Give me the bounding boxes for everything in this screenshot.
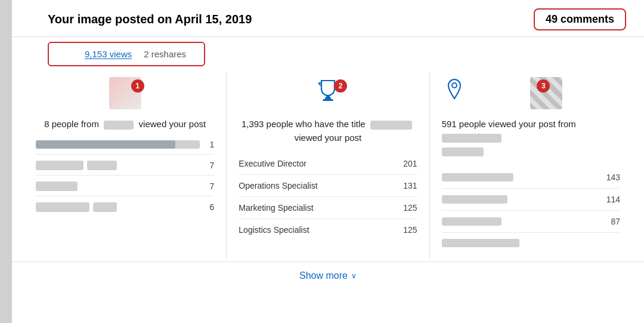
bar-row: 1 [36, 140, 214, 155]
tab-reshares[interactable]: 2 reshares [144, 49, 186, 59]
page-header: Your image posted on April 15, 2019 49 c… [12, 0, 644, 37]
col-company: 1 8 people from viewed your post 1 [24, 71, 227, 259]
data-value: 143 [606, 173, 620, 182]
col3-data-list: 143 114 87 [442, 167, 620, 253]
data-row: 143 [442, 167, 620, 189]
analytics-columns: 1 8 people from viewed your post 1 [12, 71, 644, 259]
data-row: 87 [442, 211, 620, 233]
col1-company-name [104, 121, 134, 130]
data-row: Executive Director 201 [239, 153, 417, 175]
location-icon [442, 77, 467, 102]
data-label: Marketing Specialist [239, 203, 313, 213]
data-value: 125 [403, 225, 417, 235]
data-label-blurred [442, 195, 507, 204]
col1-description: 8 people from viewed your post [36, 118, 214, 131]
data-label: Executive Director [239, 159, 306, 168]
bar-label-blurred2 [93, 202, 117, 212]
col2-description: 1,393 people who have the title viewed y… [239, 118, 417, 144]
data-row: Operations Specialist 131 [239, 175, 417, 197]
col2-desc2: viewed your post [295, 133, 362, 143]
bar-visual [36, 140, 200, 149]
data-value: 114 [606, 195, 620, 204]
data-value: 131 [403, 181, 417, 190]
col1-desc-prefix: 8 people from [44, 119, 99, 129]
bar-row: 7 [36, 161, 214, 176]
col2-badge: 2 [334, 79, 347, 93]
data-label: Operations Specialist [239, 181, 317, 190]
bar-count: 1 [205, 140, 214, 149]
data-row: Logistics Specialist 125 [239, 219, 417, 241]
data-value: 201 [403, 159, 417, 168]
col3-location-blurred [442, 134, 501, 143]
bar-fill [36, 140, 175, 149]
page-title: Your image posted on April 15, 2019 [48, 13, 252, 26]
col1-badge: 1 [131, 79, 144, 93]
bar-label-blurred2 [87, 161, 117, 170]
left-sidebar-strip [0, 0, 12, 323]
comments-badge: 49 comments [534, 8, 626, 30]
data-row: Marketing Specialist 125 [239, 197, 417, 219]
col2-data-list: Executive Director 201 Operations Specia… [239, 153, 417, 241]
bar-label-blurred [36, 182, 78, 191]
show-more-row: Show more ∨ [12, 262, 644, 286]
data-label-blurred [442, 239, 519, 247]
col-location: 3 591 people viewed your post from 143 [430, 71, 632, 259]
bar-row: 7 [36, 182, 214, 196]
data-label-blurred [442, 217, 501, 226]
bar-count: 7 [205, 182, 214, 191]
col1-bar-list: 1 7 7 [36, 140, 214, 217]
bar-count: 7 [205, 161, 214, 170]
col2-title-blurred [370, 121, 412, 130]
svg-point-3 [452, 83, 457, 88]
col1-icon-area: 1 [36, 77, 214, 113]
col3-icon-area: 3 [442, 77, 620, 113]
show-more-button[interactable]: Show more ∨ [299, 270, 357, 281]
col3-description: 591 people viewed your post from [442, 118, 620, 158]
svg-rect-2 [326, 95, 330, 98]
chevron-down-icon: ∨ [351, 272, 357, 280]
bar-count: 6 [205, 202, 214, 212]
bar-label-blurred [36, 161, 83, 170]
col2-icon-area: 2 [239, 77, 417, 113]
col3-desc-prefix: 591 people viewed your post from [442, 119, 576, 129]
col2-desc1: 1,393 people who have the title [242, 119, 366, 129]
data-label: Logistics Specialist [239, 225, 309, 235]
data-label-blurred [442, 173, 513, 182]
col3-location-blurred2 [442, 147, 484, 156]
svg-rect-1 [323, 99, 333, 101]
data-row [442, 233, 620, 253]
bar-label-blurred [36, 202, 89, 212]
data-value: 87 [611, 217, 620, 226]
data-value: 125 [403, 203, 417, 213]
col-jobtitle: 2 1,393 people who have the title viewed… [227, 71, 429, 259]
show-more-label: Show more [299, 270, 348, 281]
bar-row: 6 [36, 202, 214, 217]
col1-desc-suffix: viewed your post [139, 119, 206, 129]
tabs-container: 9,153 views 2 reshares [48, 42, 205, 66]
tab-views[interactable]: 9,153 views [85, 49, 132, 59]
data-row: 114 [442, 189, 620, 211]
